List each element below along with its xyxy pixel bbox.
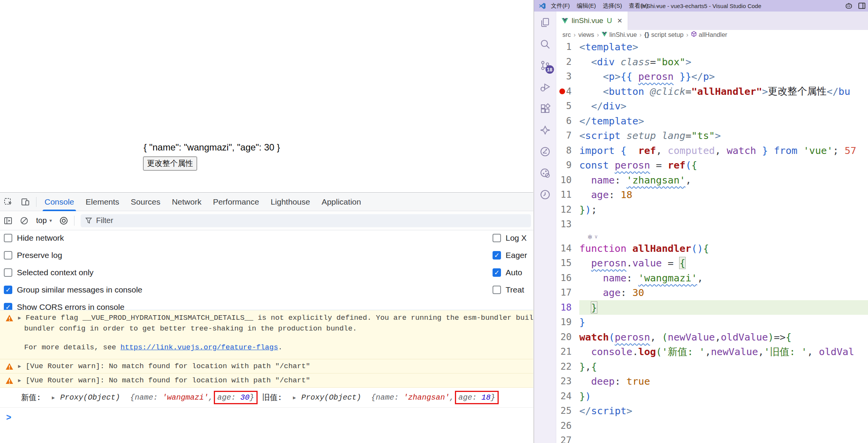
warning-icon: [5, 314, 13, 322]
code-text: watch(perosn, (newValue,oldValue)=>{: [579, 330, 792, 345]
expand-triangle-icon[interactable]: ▶: [18, 363, 21, 369]
checkbox-unchecked[interactable]: [4, 234, 12, 242]
web-page: { "name": "wangmazi", "age": 30 } 更改整个属性: [0, 0, 533, 193]
code-line-6: 6</template>: [556, 114, 868, 129]
expand-triangle-icon[interactable]: ▶: [18, 315, 21, 321]
devtools-tab-console[interactable]: Console: [39, 193, 80, 211]
menu-e[interactable]: 编辑(E): [573, 2, 599, 10]
context-selector[interactable]: top▾: [32, 216, 56, 225]
code-content: },{: [579, 359, 597, 374]
devtools-tab-lighthouse[interactable]: Lighthouse: [265, 193, 316, 211]
feature-flags-link[interactable]: https://link.vuejs.org/feature-flags: [121, 343, 278, 352]
inline-suggestion-widget[interactable]: ✻∨: [556, 232, 868, 241]
activitybar-run-debug-icon[interactable]: [539, 81, 551, 93]
setting-show-cors-errors-in-console[interactable]: ✓Show CORS errors in console: [4, 302, 124, 310]
setting-selected-context-only[interactable]: Selected context only: [4, 268, 94, 277]
console-prompt[interactable]: >: [0, 408, 533, 423]
line-number: 24: [556, 391, 579, 402]
checkbox-checked[interactable]: ✓: [4, 303, 12, 310]
vscode-titlebar: 文件(F)编辑(E)选择(S)查看(V)··· linShi.vue - vue…: [534, 0, 868, 12]
expand-triangle-icon[interactable]: ▶: [18, 377, 21, 383]
setting-group-similar-messages-in-console[interactable]: ✓Group similar messages in console: [4, 285, 142, 294]
breadcrumb-item-linshi-vue[interactable]: linShi.vue: [602, 31, 637, 38]
checkbox-checked[interactable]: ✓: [493, 268, 501, 277]
expand-triangle-icon[interactable]: ▶: [293, 395, 296, 401]
line-number: 2: [556, 56, 579, 67]
activitybar-project-tool-icon[interactable]: [539, 146, 551, 157]
console-toolbar: top▾ Filter: [0, 211, 533, 230]
activitybar-timeline-icon[interactable]: [539, 189, 551, 200]
activitybar-extensions-icon[interactable]: [539, 103, 551, 114]
layout-icon[interactable]: [858, 2, 866, 9]
setting-right-3[interactable]: Treat: [493, 285, 524, 294]
checkbox-unchecked[interactable]: [4, 251, 12, 260]
breadcrumb-item-allhandler[interactable]: allHandler: [691, 31, 727, 38]
braces-icon: {}: [644, 31, 649, 38]
checkbox-unchecked[interactable]: [4, 268, 12, 277]
devtools-tab-sources[interactable]: Sources: [125, 193, 166, 211]
devtools-tab-elements[interactable]: Elements: [80, 193, 125, 211]
code-line-20: 20watch(perosn, (newValue,oldValue)=>{: [556, 330, 868, 345]
breakpoint-icon[interactable]: [559, 88, 565, 94]
breadcrumb-separator: ›: [640, 31, 642, 38]
setting-hide-network[interactable]: Hide network: [4, 233, 64, 243]
console-warning-feature-flag[interactable]: ▶ Feature flag __VUE_PROD_HYDRATION_MISM…: [0, 310, 533, 359]
line-number: 4: [556, 86, 579, 97]
warning-text: [Vue Router warn]: No match found for lo…: [26, 376, 310, 385]
screen: { "name": "wangmazi", "age": 30 } 更改整个属性…: [0, 0, 868, 443]
checkbox-checked[interactable]: ✓: [4, 286, 12, 294]
breadcrumb-separator: ›: [597, 31, 599, 38]
line-number: 1: [556, 41, 579, 52]
device-toolbar-icon[interactable]: [17, 193, 34, 211]
line-number: 20: [556, 332, 579, 342]
line-number: 6: [556, 116, 579, 126]
breadcrumb-item-src[interactable]: src: [562, 31, 571, 38]
person-json-text: { "name": "wangmazi", "age": 30 }: [144, 142, 280, 153]
console-sidebar-icon[interactable]: [0, 211, 16, 230]
code-text: const perosn = ref({: [579, 158, 697, 173]
inspect-element-icon[interactable]: [0, 193, 17, 211]
assistant-icon[interactable]: [845, 2, 853, 9]
breadcrumb-item-views[interactable]: views: [579, 31, 594, 38]
line-number: 25: [556, 405, 579, 416]
setting-right-1[interactable]: ✓Eager: [493, 251, 527, 260]
filter-input[interactable]: Filter: [81, 214, 531, 227]
activitybar-source-control-icon[interactable]: 18: [539, 60, 551, 71]
console-warning-router[interactable]: ▶[Vue Router warn]: No match found for l…: [0, 359, 533, 374]
line-number: 8: [556, 145, 579, 156]
devtools-tab-network[interactable]: Network: [166, 193, 207, 211]
clear-console-icon[interactable]: [16, 211, 32, 230]
menu-s[interactable]: 选择(S): [599, 2, 625, 10]
devtools-tab-performance[interactable]: Performance: [207, 193, 265, 211]
activitybar-explorer-icon[interactable]: [539, 17, 551, 28]
menu-f[interactable]: 文件(F): [547, 2, 573, 10]
tab-linshi-vue[interactable]: linShi.vue U ✕: [556, 12, 628, 30]
close-icon[interactable]: ✕: [617, 17, 622, 25]
code-text: }): [579, 389, 591, 404]
checkbox-unchecked[interactable]: [493, 234, 501, 242]
line-number: 21: [556, 346, 579, 357]
devtools-tab-application[interactable]: Application: [316, 193, 367, 211]
activitybar-project-tool-alt-icon[interactable]: [539, 167, 551, 179]
line-number: 12: [556, 204, 579, 215]
setting-right-0[interactable]: Log X: [493, 233, 527, 243]
code-line-25: 25</script>: [556, 403, 868, 418]
line-number: 5: [556, 101, 579, 111]
setting-right-2[interactable]: ✓Auto: [493, 268, 522, 277]
vue-icon: [562, 18, 568, 24]
live-expression-icon[interactable]: [56, 211, 72, 230]
setting-preserve-log[interactable]: Preserve log: [4, 251, 62, 260]
checkbox-unchecked[interactable]: [493, 286, 501, 294]
breadcrumb-item-script-setup[interactable]: {}script setup: [644, 31, 683, 38]
code-content: }: [579, 300, 868, 315]
line-number: 22: [556, 361, 579, 372]
change-all-props-button[interactable]: 更改整个属性: [143, 157, 197, 170]
activitybar-comate-icon[interactable]: [539, 124, 551, 136]
vue-icon: [602, 31, 607, 38]
console-log-row[interactable]: 新值: ▶ Proxy(Object) {name: 'wangmazi', a…: [0, 388, 533, 408]
expand-triangle-icon[interactable]: ▶: [52, 395, 55, 401]
checkbox-checked[interactable]: ✓: [493, 251, 501, 260]
code-editor[interactable]: 1<template>2 <div class="box">3 <p>{{ pe…: [556, 40, 868, 443]
console-warning-router[interactable]: ▶[Vue Router warn]: No match found for l…: [0, 374, 533, 388]
activitybar-search-icon[interactable]: [539, 38, 551, 50]
